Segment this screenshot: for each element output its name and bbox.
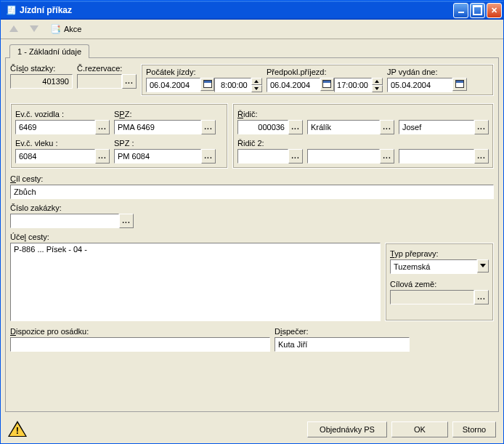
ridic2-id-lookup[interactable] [288, 149, 303, 164]
dispozice-input[interactable] [10, 337, 270, 352]
ridic-first-lookup[interactable] [474, 120, 489, 134]
minimize-button[interactable] [453, 3, 468, 18]
toolbar: 📑 Akce [1, 20, 503, 39]
app-icon: 🧾 [5, 4, 17, 16]
cislo-stazky-field: 401390 [10, 74, 73, 89]
dispecer-label: Dispečer: [275, 327, 410, 336]
ridic-id-lookup[interactable] [288, 120, 303, 134]
titlebar: 🧾 Jízdní příkaz [1, 1, 503, 20]
zakazka-label: Číslo zakázky: [10, 203, 134, 212]
pocatek-time-input[interactable]: 8:00:00 [214, 78, 251, 92]
predpokl-time-spinner[interactable] [372, 78, 383, 92]
ridic2-surname-lookup[interactable] [380, 149, 394, 164]
ridic2-label: Řidič 2: [237, 139, 303, 148]
cislo-rezervace-field [77, 74, 122, 89]
pocatek-date-picker[interactable] [200, 78, 214, 91]
tab-body: Číslo stazky: 401390 Č.rezervace: Počáte… [5, 57, 499, 412]
spz1-lookup[interactable] [201, 120, 216, 134]
typ-label: Typ přepravy: [390, 249, 489, 258]
pocatek-label: Počátek jízdy: [146, 68, 262, 76]
close-button[interactable] [487, 3, 502, 18]
arrow-down-icon [30, 25, 38, 32]
spz2-lookup[interactable] [201, 149, 216, 164]
typ-dropdown[interactable]: Tuzemská [390, 259, 477, 274]
cislo-stazky-label: Číslo stazky: [10, 64, 73, 73]
arrow-up-icon [9, 25, 18, 32]
window-controls [453, 3, 502, 18]
zeme-lookup[interactable] [474, 290, 489, 304]
zeme-label: Cílová země: [390, 280, 489, 288]
predpokl-date-input[interactable]: 06.04.2004 [267, 78, 320, 92]
dispecer-input[interactable]: Kuta Jiří [275, 337, 410, 352]
spz1-label: SPZ: [114, 110, 216, 118]
content: 1 - Základní údaje Číslo stazky: 401390 … [1, 39, 503, 416]
ridic2-first-input[interactable] [399, 149, 474, 164]
window-title: Jízdní příkaz [20, 5, 453, 15]
storno-button[interactable]: Storno [452, 421, 496, 437]
predpokl-label: Předpokl.příjezd: [267, 68, 383, 76]
evc-vozidla-label: Ev.č. vozidla : [15, 110, 110, 118]
ridic2-surname-input[interactable] [307, 149, 380, 164]
warning-icon: ! [8, 421, 27, 438]
pocatek-date-input[interactable]: 06.04.2004 [146, 78, 200, 92]
ridic2-first-lookup[interactable] [474, 149, 489, 164]
spz2-input[interactable]: PM 6084 [114, 149, 201, 164]
cil-input[interactable]: Zbůch [10, 185, 494, 199]
predpokl-time-input[interactable]: 17:00:00 [334, 78, 372, 92]
pocatek-time-spinner[interactable] [251, 78, 262, 92]
objednavky-button[interactable]: Objednávky PS [307, 421, 387, 437]
ridic-label: Řidič: [237, 110, 303, 118]
akce-label: Akce [64, 25, 81, 33]
zeme-input[interactable] [390, 290, 474, 304]
predpokl-date-picker[interactable] [320, 78, 334, 91]
spz2-label: SPZ : [114, 139, 216, 148]
ridic-surname-input[interactable]: Králík [307, 120, 380, 134]
ridic2-id-input[interactable] [237, 149, 288, 164]
jp-label: JP vydán dne: [387, 68, 467, 76]
jp-date-input[interactable]: 05.04.2004 [387, 78, 452, 92]
jp-date-picker[interactable] [452, 78, 467, 91]
tab-zakladni-udaje[interactable]: 1 - Základní údaje [9, 44, 89, 58]
dispozice-label: Dispozice pro osádku: [10, 327, 270, 336]
evc-vozidla-input[interactable]: 6469 [15, 120, 95, 134]
nav-up-button[interactable] [7, 24, 21, 33]
evc-vleku-lookup[interactable] [95, 149, 110, 164]
footer: ! Objednávky PS OK Storno [1, 416, 503, 443]
zakazka-input[interactable] [10, 214, 119, 228]
cil-label: Cíl cesty: [10, 174, 494, 183]
cislo-rezervace-lookup[interactable] [122, 74, 137, 89]
spz1-input[interactable]: PMA 6469 [114, 120, 201, 134]
ridic-id-input[interactable]: 000036 [237, 120, 288, 134]
ucel-textarea[interactable]: P-886 ... Písek - 04 - [10, 243, 381, 321]
zakazka-lookup[interactable] [119, 214, 134, 228]
tab-header: 1 - Základní údaje [9, 44, 499, 57]
cislo-rezervace-label: Č.rezervace: [77, 64, 137, 73]
evc-vleku-label: Ev.č. vleku : [15, 139, 110, 148]
maximize-button[interactable] [470, 3, 485, 18]
akce-icon: 📑 [50, 24, 61, 34]
evc-vozidla-lookup[interactable] [95, 120, 110, 134]
ucel-label: Účel cesty: [10, 233, 381, 241]
ridic-first-input[interactable]: Josef [399, 120, 474, 134]
akce-button[interactable]: 📑 Akce [47, 23, 84, 36]
nav-down-button[interactable] [27, 24, 41, 33]
evc-vleku-input[interactable]: 6084 [15, 149, 95, 164]
ridic-surname-lookup[interactable] [380, 120, 394, 134]
ok-button[interactable]: OK [391, 421, 448, 437]
typ-dropdown-button[interactable] [477, 259, 489, 273]
window: 🧾 Jízdní příkaz 📑 Akce 1 - Základní údaj… [0, 0, 504, 444]
